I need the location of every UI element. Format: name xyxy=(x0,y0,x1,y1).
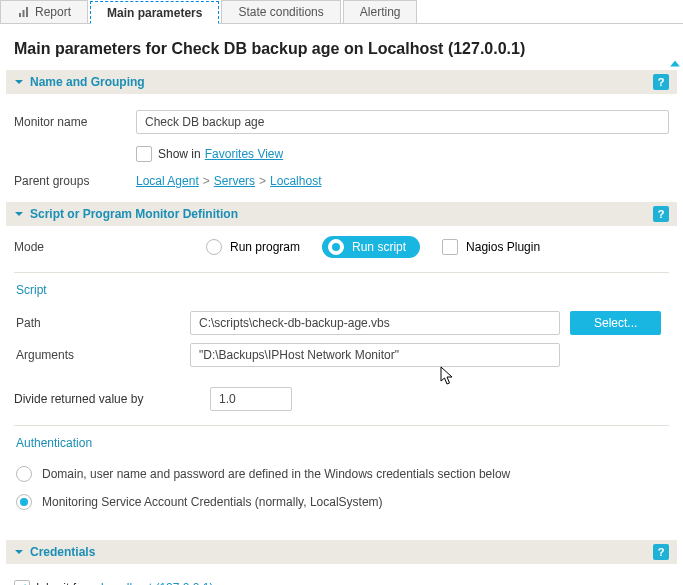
inherit-from-label: Inherit from xyxy=(36,581,97,585)
inherit-from-checkbox[interactable] xyxy=(14,580,30,585)
monitor-name-input[interactable] xyxy=(136,110,669,134)
chevron-down-icon xyxy=(14,209,24,219)
section-script-label: Script or Program Monitor Definition xyxy=(30,207,653,221)
parent-groups-label: Parent groups xyxy=(14,174,136,188)
mode-run-script-radio[interactable]: Run script xyxy=(322,236,420,258)
radio-selected-icon xyxy=(328,239,344,255)
svg-rect-1 xyxy=(22,10,24,17)
help-button[interactable]: ? xyxy=(653,74,669,90)
help-button[interactable]: ? xyxy=(653,544,669,560)
section-name-grouping[interactable]: Name and Grouping ? xyxy=(6,70,677,94)
path-input[interactable] xyxy=(190,311,560,335)
divide-label: Divide returned value by xyxy=(14,392,210,406)
tab-report-label: Report xyxy=(35,5,71,19)
script-group: Script Path Select... Arguments xyxy=(14,272,669,371)
breadcrumb-separator: > xyxy=(203,174,210,188)
arguments-input[interactable] xyxy=(190,343,560,367)
section-credentials[interactable]: Credentials ? xyxy=(6,540,677,564)
radio-icon xyxy=(16,466,32,482)
svg-rect-0 xyxy=(19,13,21,17)
mode-nagios-checkbox[interactable]: Nagios Plugin xyxy=(442,239,540,255)
breadcrumb-localhost[interactable]: Localhost xyxy=(270,174,321,188)
chevron-down-icon xyxy=(14,77,24,87)
checkbox-icon xyxy=(442,239,458,255)
scroll-up-arrow-icon[interactable] xyxy=(669,58,681,70)
auth-subtitle: Authentication xyxy=(14,432,669,460)
arguments-label: Arguments xyxy=(16,348,180,362)
favorites-view-link[interactable]: Favorites View xyxy=(205,147,283,161)
radio-icon xyxy=(206,239,222,255)
authentication-group: Authentication Domain, user name and pas… xyxy=(14,425,669,516)
section-credentials-label: Credentials xyxy=(30,545,653,559)
show-in-label: Show in xyxy=(158,147,201,161)
run-program-label: Run program xyxy=(230,240,300,254)
run-script-label: Run script xyxy=(352,240,406,254)
divide-input[interactable] xyxy=(210,387,292,411)
auth-service-account-radio[interactable]: Monitoring Service Account Credentials (… xyxy=(14,488,669,516)
tab-main-label: Main parameters xyxy=(107,6,202,20)
breadcrumb-local-agent[interactable]: Local Agent xyxy=(136,174,199,188)
nagios-label: Nagios Plugin xyxy=(466,240,540,254)
tab-main-parameters[interactable]: Main parameters xyxy=(90,1,219,24)
report-icon xyxy=(17,6,29,18)
chevron-down-icon xyxy=(14,547,24,557)
section-name-grouping-label: Name and Grouping xyxy=(30,75,653,89)
inherit-from-link[interactable]: Localhost (127.0.0.1) xyxy=(101,581,214,585)
breadcrumb-separator: > xyxy=(259,174,266,188)
tab-report[interactable]: Report xyxy=(0,0,88,23)
help-button[interactable]: ? xyxy=(653,206,669,222)
path-label: Path xyxy=(16,316,180,330)
show-in-favorites-checkbox[interactable] xyxy=(136,146,152,162)
svg-rect-2 xyxy=(26,7,28,17)
tab-state-conditions[interactable]: State conditions xyxy=(221,0,340,23)
auth-credentials-below-radio[interactable]: Domain, user name and password are defin… xyxy=(14,460,669,488)
tab-state-label: State conditions xyxy=(238,5,323,19)
mode-label: Mode xyxy=(14,240,184,254)
section-script-definition[interactable]: Script or Program Monitor Definition ? xyxy=(6,202,677,226)
page-title: Main parameters for Check DB backup age … xyxy=(0,24,683,70)
breadcrumb-servers[interactable]: Servers xyxy=(214,174,255,188)
script-subtitle: Script xyxy=(14,279,669,307)
radio-selected-icon xyxy=(16,494,32,510)
mode-run-program-radio[interactable]: Run program xyxy=(206,239,300,255)
main-content: Main parameters for Check DB backup age … xyxy=(0,24,683,585)
tab-alerting-label: Alerting xyxy=(360,5,401,19)
monitor-name-label: Monitor name xyxy=(14,115,136,129)
tab-alerting[interactable]: Alerting xyxy=(343,0,418,23)
select-path-button[interactable]: Select... xyxy=(570,311,661,335)
tab-bar: Report Main parameters State conditions … xyxy=(0,0,683,24)
auth-opt1-label: Domain, user name and password are defin… xyxy=(42,467,510,481)
auth-opt2-label: Monitoring Service Account Credentials (… xyxy=(42,495,383,509)
